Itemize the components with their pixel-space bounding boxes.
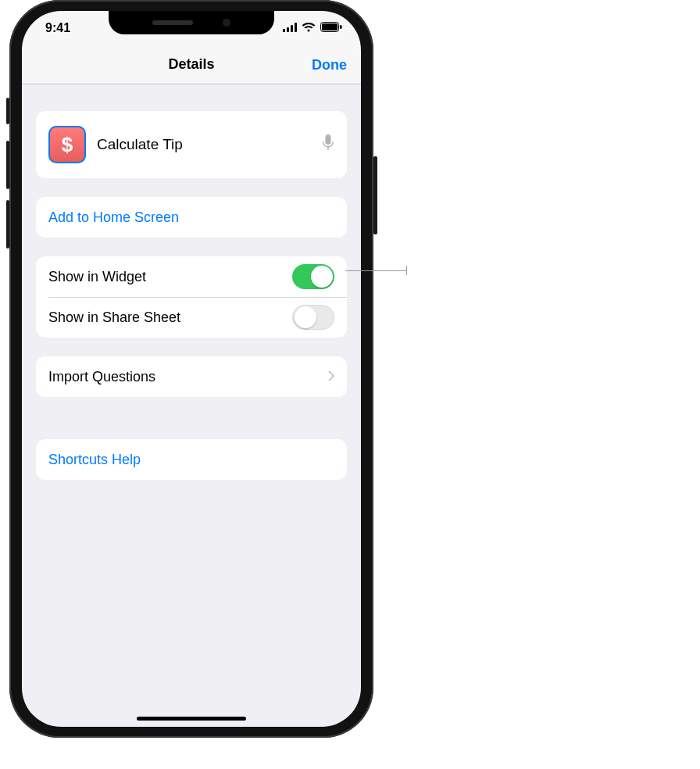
dollar-icon: $ [62, 133, 73, 157]
show-in-widget-label: Show in Widget [48, 269, 146, 285]
show-in-widget-toggle[interactable] [292, 264, 334, 289]
svg-rect-5 [322, 23, 338, 30]
wifi-icon [302, 21, 316, 35]
home-indicator[interactable] [137, 717, 246, 721]
shortcuts-help-button[interactable]: Shortcuts Help [36, 439, 347, 480]
cellular-icon [283, 21, 297, 35]
shortcut-icon[interactable]: $ [48, 126, 86, 163]
page-title: Details [168, 56, 214, 73]
shortcut-name-row[interactable]: $ Calculate Tip [36, 111, 347, 178]
import-group: Import Questions [36, 356, 347, 397]
add-to-home-screen-button[interactable]: Add to Home Screen [36, 197, 347, 238]
svg-rect-0 [283, 29, 285, 32]
status-time: 9:41 [45, 21, 70, 35]
help-group: Shortcuts Help [36, 439, 347, 480]
visibility-group: Show in Widget Show in Share Sheet [36, 256, 347, 338]
content-area: $ Calculate Tip Add to Home Screen [22, 84, 361, 727]
add-to-home-screen-label: Add to Home Screen [48, 209, 179, 226]
svg-rect-3 [295, 23, 297, 32]
chevron-right-icon [328, 369, 334, 385]
svg-rect-6 [340, 25, 342, 29]
show-in-share-toggle[interactable] [292, 305, 334, 330]
shortcut-name-group: $ Calculate Tip [36, 111, 347, 178]
show-in-widget-row: Show in Widget [36, 256, 347, 297]
add-home-group: Add to Home Screen [36, 197, 347, 238]
callout-line [345, 270, 406, 271]
import-questions-button[interactable]: Import Questions [36, 356, 347, 397]
show-in-share-label: Show in Share Sheet [48, 309, 180, 326]
phone-frame: 9:41 Details Done [9, 0, 373, 738]
notch [109, 11, 274, 34]
svg-rect-1 [287, 27, 289, 32]
shortcuts-help-label: Shortcuts Help [48, 452, 141, 468]
svg-rect-2 [291, 25, 293, 32]
battery-icon [320, 21, 342, 35]
show-in-share-row: Show in Share Sheet [36, 297, 347, 338]
screen: 9:41 Details Done [22, 11, 361, 727]
nav-bar: Details Done [22, 45, 361, 84]
microphone-icon[interactable] [322, 134, 334, 156]
done-button[interactable]: Done [312, 56, 347, 73]
import-questions-label: Import Questions [48, 369, 155, 385]
shortcut-name-field[interactable]: Calculate Tip [97, 136, 183, 153]
